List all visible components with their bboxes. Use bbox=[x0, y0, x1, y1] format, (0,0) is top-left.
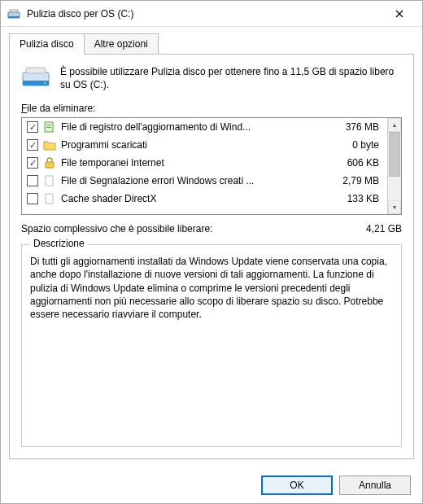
description-groupbox: Descrizione Di tutti gli aggiornamenti i… bbox=[21, 244, 402, 447]
svg-point-6 bbox=[44, 82, 46, 84]
file-checkbox[interactable] bbox=[27, 193, 38, 204]
file-row[interactable]: ✓File di registro dell'aggiornamento di … bbox=[22, 118, 387, 136]
scroll-track[interactable] bbox=[388, 132, 401, 200]
window-title: Pulizia disco per OS (C:) bbox=[27, 8, 383, 20]
svg-rect-8 bbox=[46, 125, 51, 125]
file-name: File di Segnalazione errori Windows crea… bbox=[61, 175, 321, 186]
file-row[interactable]: File di Segnalazione errori Windows crea… bbox=[22, 172, 387, 190]
doc-green-icon bbox=[43, 121, 56, 134]
svg-rect-11 bbox=[46, 176, 53, 186]
file-row[interactable]: Cache shader DirectX133 KB bbox=[22, 190, 387, 208]
file-name: Programmi scaricati bbox=[61, 139, 321, 151]
lock-icon bbox=[43, 156, 56, 169]
file-list-items: ✓File di registro dell'aggiornamento di … bbox=[22, 118, 387, 214]
file-list: ✓File di registro dell'aggiornamento di … bbox=[21, 117, 402, 215]
tab-options[interactable]: Altre opzioni bbox=[84, 33, 159, 54]
content-area: Pulizia disco Altre opzioni È possibile … bbox=[1, 27, 422, 467]
svg-rect-2 bbox=[10, 10, 18, 12]
file-checkbox[interactable] bbox=[27, 175, 38, 186]
total-value: 4,21 GB bbox=[337, 223, 402, 234]
blank-icon bbox=[43, 192, 56, 205]
intro-row: È possibile utilizzare Pulizia disco per… bbox=[21, 66, 402, 91]
description-legend: Descrizione bbox=[30, 238, 88, 249]
file-row[interactable]: ✓File temporanei Internet606 KB bbox=[22, 154, 387, 172]
svg-rect-10 bbox=[46, 162, 54, 168]
scroll-down-button[interactable]: ▾ bbox=[388, 200, 401, 214]
cancel-button[interactable]: Annulla bbox=[339, 476, 411, 495]
file-checkbox[interactable]: ✓ bbox=[27, 157, 38, 169]
close-button[interactable] bbox=[383, 2, 416, 25]
file-row[interactable]: ✓Programmi scaricati0 byte bbox=[22, 136, 387, 154]
svg-rect-1 bbox=[8, 16, 20, 18]
footer: OK Annulla bbox=[1, 467, 422, 503]
tab-strip: Pulizia disco Altre opzioni bbox=[9, 33, 414, 54]
intro-text: È possibile utilizzare Pulizia disco per… bbox=[60, 66, 402, 91]
file-size: 606 KB bbox=[325, 157, 382, 169]
scroll-up-button[interactable]: ▴ bbox=[388, 118, 401, 132]
file-name: File temporanei Internet bbox=[61, 157, 321, 169]
drive-icon bbox=[7, 7, 20, 20]
total-row: Spazio complessivo che è possibile liber… bbox=[21, 223, 402, 234]
titlebar: Pulizia disco per OS (C:) bbox=[1, 1, 422, 27]
folder-icon bbox=[43, 138, 56, 151]
svg-rect-9 bbox=[46, 127, 51, 128]
tabpanel-cleanup: È possibile utilizzare Pulizia disco per… bbox=[9, 54, 414, 459]
blank-icon bbox=[43, 174, 56, 187]
total-label: Spazio complessivo che è possibile liber… bbox=[21, 223, 337, 234]
file-checkbox[interactable]: ✓ bbox=[27, 139, 38, 151]
file-name: File di registro dell'aggiornamento di W… bbox=[61, 121, 321, 133]
file-name: Cache shader DirectX bbox=[61, 193, 321, 204]
description-text: Di tutti gli aggiornamenti installati da… bbox=[30, 255, 393, 321]
file-checkbox[interactable]: ✓ bbox=[27, 121, 38, 133]
file-size: 376 MB bbox=[325, 121, 382, 133]
file-size: 0 byte bbox=[325, 139, 382, 151]
drive-large-icon bbox=[21, 66, 50, 89]
svg-rect-12 bbox=[46, 194, 53, 204]
file-size: 2,79 MB bbox=[325, 175, 382, 186]
disk-cleanup-window: Pulizia disco per OS (C:) Pulizia disco … bbox=[0, 0, 423, 504]
scrollbar[interactable]: ▴ ▾ bbox=[387, 118, 401, 214]
file-size: 133 KB bbox=[325, 193, 382, 204]
files-label: File da eliminare: bbox=[21, 103, 402, 114]
scroll-thumb[interactable] bbox=[389, 132, 400, 177]
ok-button[interactable]: OK bbox=[261, 476, 333, 495]
svg-rect-5 bbox=[26, 68, 46, 73]
tab-cleanup[interactable]: Pulizia disco bbox=[9, 33, 85, 55]
